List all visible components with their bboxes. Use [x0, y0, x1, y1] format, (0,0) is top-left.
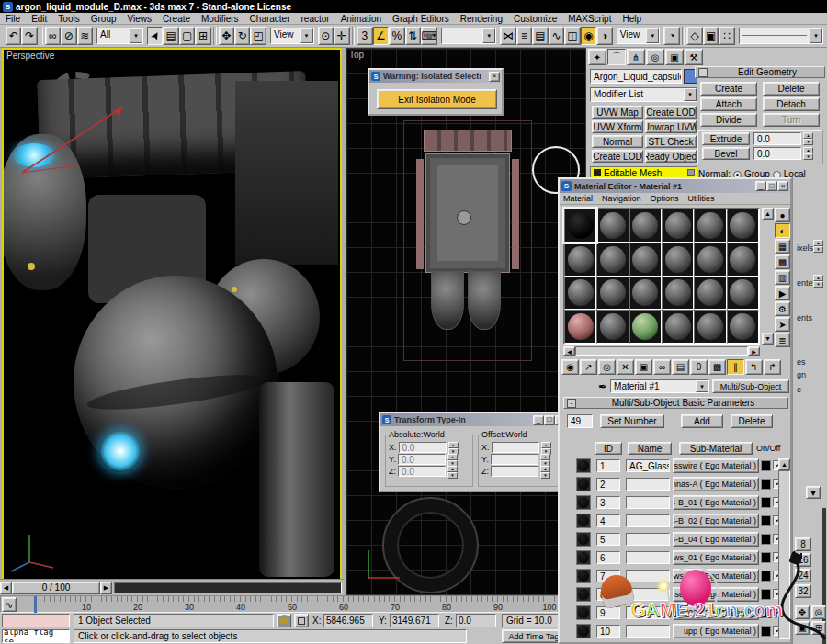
uvw-xform-button[interactable]: UVW Xform	[592, 120, 643, 133]
material-slot[interactable]	[596, 310, 629, 344]
abs-z-spinner[interactable]: ▴▾	[447, 466, 458, 477]
material-name-combo[interactable]: Material #1 ▾	[610, 379, 709, 393]
material-slot[interactable]	[727, 209, 759, 243]
background-button[interactable]: ▦	[775, 239, 790, 254]
name-field[interactable]	[626, 570, 670, 582]
select-by-material-button[interactable]: ➤	[775, 317, 790, 332]
render-shortcut-a-button[interactable]: ◇	[686, 27, 702, 45]
close-button[interactable]: ×	[489, 72, 500, 82]
absolute-mode-button[interactable]	[294, 614, 309, 627]
sub-material-color-swatch[interactable]	[761, 626, 771, 637]
menu-file[interactable]: File	[0, 13, 26, 25]
minimize-button[interactable]: _	[533, 415, 544, 425]
stl-check-button[interactable]: STL Check	[645, 135, 697, 148]
sub-material-button[interactable]: ntennas-A ( Ego Material )	[673, 477, 759, 491]
spin-up-icon[interactable]: ▴	[540, 466, 550, 472]
name-field[interactable]	[626, 588, 670, 601]
bevel-button[interactable]: Bevel	[702, 147, 750, 160]
spin-down-icon[interactable]: ▾	[813, 246, 823, 253]
name-field[interactable]	[626, 533, 670, 546]
z-coord-field[interactable]: 0.0	[456, 614, 496, 627]
id-field[interactable]: 3	[596, 496, 620, 509]
abs-z-field[interactable]: 0.0	[398, 466, 446, 477]
material-type-button[interactable]: Multi/Sub-Object	[712, 379, 789, 393]
smoothing-group-button[interactable]: 16	[795, 553, 811, 567]
spin-down-icon[interactable]: ▾	[540, 472, 550, 479]
pin-stack-icon[interactable]	[687, 169, 695, 176]
close-button[interactable]: ×	[777, 181, 788, 191]
spin-up-icon[interactable]: ▴	[540, 454, 550, 460]
use-pivot-center-button[interactable]: ⊙	[318, 27, 334, 45]
put-to-library-button[interactable]: ▤	[672, 359, 689, 375]
spin-up-icon[interactable]: ▴	[813, 275, 823, 281]
window-crossing-button[interactable]: ⊞	[195, 27, 210, 45]
menu-material[interactable]: Material	[563, 194, 593, 203]
mirror-button[interactable]: ⋈	[500, 27, 515, 45]
ready-object-button[interactable]: Ready Object	[645, 150, 697, 163]
redo-button[interactable]: ↷	[21, 27, 37, 45]
maxscript-mini-listener-pink[interactable]	[2, 614, 70, 627]
menu-animation[interactable]: Animation	[335, 13, 387, 25]
make-preview-button[interactable]: ▶	[775, 286, 790, 300]
minimize-button[interactable]: _	[755, 181, 766, 191]
reset-material-button[interactable]: ✕	[617, 359, 634, 375]
dialog-title-bar[interactable]: S Warning: Isolated Selecti ×	[369, 70, 502, 83]
sub-material-button[interactable]: NAS-B_01 ( Ego Material )	[673, 495, 759, 510]
material-slot[interactable]	[662, 310, 694, 344]
chevron-down-icon[interactable]: ▾	[684, 88, 697, 101]
material-slot[interactable]	[694, 310, 726, 344]
sub-material-slot[interactable]	[576, 514, 591, 528]
id-field[interactable]: 8	[596, 588, 620, 601]
material-slot[interactable]	[629, 310, 662, 344]
menu-create[interactable]: Create	[157, 13, 196, 25]
viewport-perspective[interactable]: S UIRSS.com Perspective	[2, 48, 342, 581]
material-slot[interactable]	[629, 209, 662, 243]
material-options-button[interactable]: ⚙	[775, 301, 790, 316]
spin-up-icon[interactable]: ▴	[813, 240, 823, 246]
off-y-spinner[interactable]: ▴▾	[540, 454, 550, 465]
tab-motion[interactable]: ◎	[646, 49, 664, 65]
named-selection-sets-combo[interactable]: ▾	[441, 28, 497, 44]
snap-toggle-3d-button[interactable]: 3	[357, 27, 372, 45]
extrude-field[interactable]: 0.0	[753, 132, 801, 145]
angle-snap-button[interactable]: ∠	[373, 27, 389, 45]
maxscript-mini-listener[interactable]: alpha flag se	[2, 629, 70, 643]
smoothing-group-button[interactable]: 8	[795, 537, 811, 551]
extrude-button[interactable]: Extrude	[702, 132, 750, 145]
off-x-spinner[interactable]: ▴▾	[541, 442, 551, 453]
go-forward-sibling-button[interactable]: ↱	[764, 359, 781, 375]
bevel-spinner[interactable]: ▴▾	[803, 147, 813, 160]
menu-options[interactable]: Options	[651, 194, 679, 203]
show-end-result-button[interactable]: ∥	[727, 359, 744, 375]
sub-material-button[interactable]: _Base_02 ( Ego Material )	[673, 605, 759, 620]
name-field[interactable]	[626, 606, 670, 619]
sub-material-slot[interactable]	[576, 587, 591, 602]
chevron-down-icon[interactable]: ▾	[130, 28, 142, 43]
menu-group[interactable]: Group	[85, 13, 122, 25]
select-by-name-button[interactable]: ▤	[163, 27, 178, 45]
percent-snap-button[interactable]: %	[389, 27, 404, 45]
curve-editor-button[interactable]: ∿	[549, 27, 564, 45]
table-scroll-up[interactable]: ▲	[778, 458, 790, 470]
hidden-spinner[interactable]: ▴▾	[813, 275, 823, 288]
sub-material-slot[interactable]	[576, 569, 591, 583]
sub-material-slot[interactable]	[576, 624, 591, 638]
maximize-button[interactable]: □	[544, 415, 555, 425]
column-header-id[interactable]: ID	[595, 442, 622, 455]
id-field[interactable]: 10	[596, 625, 620, 638]
select-and-scale-button[interactable]: ◰	[250, 27, 266, 45]
add-button[interactable]: Add	[681, 414, 723, 428]
abs-x-spinner[interactable]: ▴▾	[448, 442, 459, 453]
menu-edit[interactable]: Edit	[26, 13, 52, 25]
tab-modify[interactable]: ⌒	[607, 49, 626, 65]
select-and-link-button[interactable]: ∞	[45, 27, 61, 45]
material-slot[interactable]	[596, 209, 629, 243]
off-z-spinner[interactable]: ▴▾	[540, 466, 550, 477]
zoom-extents-button[interactable]: ▣	[795, 621, 810, 635]
smoothing-group-button[interactable]: 24	[795, 569, 811, 582]
sub-material-slot[interactable]	[576, 458, 591, 473]
sample-type-button[interactable]: ●	[775, 208, 790, 222]
sub-material-slot[interactable]	[576, 605, 591, 620]
material-slot[interactable]	[564, 209, 596, 243]
menu-navigation[interactable]: Navigation	[602, 194, 641, 203]
